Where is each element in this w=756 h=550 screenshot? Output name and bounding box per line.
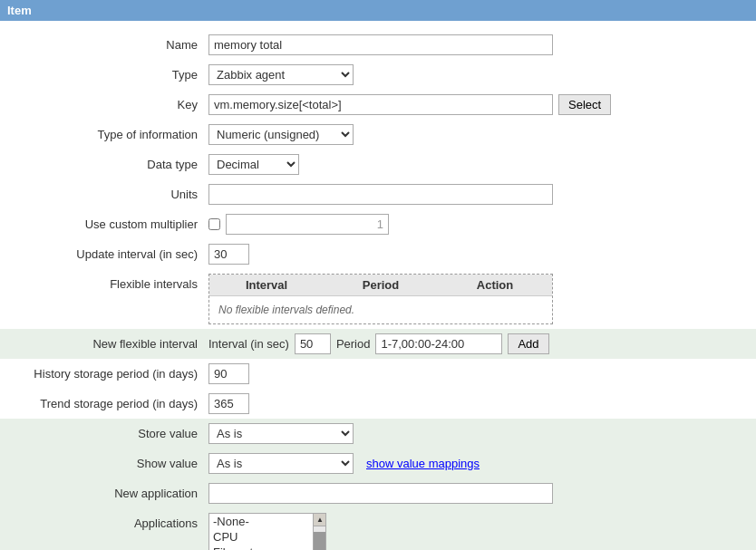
custom-multiplier-label: Use custom multiplier	[9, 214, 208, 231]
data-type-field: Decimal Octal Hexadecimal Boolean	[208, 154, 747, 175]
units-label: Units	[9, 184, 208, 201]
flex-header: Interval Period Action	[209, 275, 552, 296]
scroll-track	[314, 526, 325, 550]
history-storage-input[interactable]	[208, 363, 249, 384]
trend-storage-input[interactable]	[208, 393, 249, 414]
history-storage-field	[208, 363, 747, 384]
add-flexible-interval-button[interactable]: Add	[508, 333, 548, 354]
title-bar: Item	[0, 0, 756, 21]
type-of-information-row: Type of information Numeric (unsigned)	[0, 120, 756, 150]
type-row: Type Zabbix agent	[0, 60, 756, 90]
new-application-field	[208, 483, 747, 504]
data-type-select[interactable]: Decimal Octal Hexadecimal Boolean	[208, 154, 299, 175]
flex-col-period: Period	[324, 278, 438, 292]
update-interval-label: Update interval (in sec)	[9, 244, 208, 261]
period-label: Period	[336, 337, 371, 351]
name-row: Name	[0, 30, 756, 60]
key-row: Key Select	[0, 90, 756, 120]
type-field: Zabbix agent	[208, 64, 747, 85]
trend-storage-row: Trend storage period (in days)	[0, 389, 756, 419]
form-container: Name Type Zabbix agent Key Select Type o…	[0, 21, 756, 550]
history-storage-label: History storage period (in days)	[9, 363, 208, 381]
type-of-information-select[interactable]: Numeric (unsigned)	[208, 124, 354, 145]
store-value-row: Store value As is Delta (speed per secon…	[0, 419, 756, 449]
flexible-intervals-box: Interval Period Action No flexible inter…	[208, 274, 553, 324]
units-input[interactable]	[208, 184, 553, 205]
key-select-button[interactable]: Select	[558, 94, 611, 115]
type-of-information-label: Type of information	[9, 124, 208, 141]
new-flexible-interval-label: New flexible interval	[9, 333, 208, 351]
trend-storage-field	[208, 393, 747, 414]
update-interval-field	[208, 244, 747, 265]
custom-multiplier-row: Use custom multiplier	[0, 209, 756, 239]
show-value-row: Show value As is show value mappings	[0, 449, 756, 478]
store-value-field: As is Delta (speed per second) Delta (si…	[208, 423, 747, 444]
data-type-row: Data type Decimal Octal Hexadecimal Bool…	[0, 150, 756, 179]
type-of-information-field: Numeric (unsigned)	[208, 124, 747, 145]
list-item[interactable]: CPU	[209, 529, 313, 545]
applications-row: Applications -None- CPU Filesystems Gene…	[0, 508, 756, 550]
key-field: Select	[208, 94, 747, 115]
flex-col-action: Action	[438, 278, 552, 292]
new-application-label: New application	[9, 483, 208, 500]
trend-storage-label: Trend storage period (in days)	[9, 393, 208, 410]
custom-multiplier-field	[208, 214, 747, 235]
list-item[interactable]: -None-	[209, 514, 313, 529]
store-value-select[interactable]: As is Delta (speed per second) Delta (si…	[208, 423, 354, 444]
new-application-input[interactable]	[208, 483, 553, 504]
custom-multiplier-checkbox[interactable]	[208, 218, 220, 230]
interval-sec-input[interactable]	[295, 333, 331, 354]
show-value-field: As is show value mappings	[208, 453, 747, 474]
name-label: Name	[9, 34, 208, 52]
show-value-mappings-link[interactable]: show value mappings	[366, 457, 480, 470]
units-field	[208, 184, 747, 205]
interval-sec-label: Interval (in sec)	[208, 337, 289, 351]
applications-list-inner: -None- CPU Filesystems General Memory Ne…	[209, 514, 313, 550]
flexible-intervals-label: Flexible intervals	[9, 274, 208, 291]
show-value-label: Show value	[9, 453, 208, 470]
update-interval-row: Update interval (in sec)	[0, 239, 756, 269]
key-input[interactable]	[208, 94, 553, 115]
scroll-thumb	[314, 532, 326, 550]
new-flexible-interval-row: New flexible interval Interval (in sec) …	[0, 329, 756, 359]
name-input[interactable]	[208, 34, 553, 55]
type-select[interactable]: Zabbix agent	[208, 64, 354, 85]
key-label: Key	[9, 94, 208, 111]
update-interval-input[interactable]	[208, 244, 249, 265]
flex-no-data: No flexible intervals defined.	[209, 296, 552, 323]
list-item[interactable]: Filesystems	[209, 545, 313, 550]
name-field	[208, 34, 747, 55]
data-type-label: Data type	[9, 154, 208, 171]
show-value-select[interactable]: As is	[208, 453, 354, 474]
type-label: Type	[9, 64, 208, 82]
flex-col-interval: Interval	[209, 278, 324, 292]
title-label: Item	[7, 4, 32, 17]
flexible-intervals-row: Flexible intervals Interval Period Actio…	[0, 269, 756, 329]
history-storage-row: History storage period (in days)	[0, 359, 756, 389]
flexible-intervals-field: Interval Period Action No flexible inter…	[208, 274, 747, 324]
period-input[interactable]	[375, 333, 502, 354]
store-value-label: Store value	[9, 423, 208, 440]
new-application-row: New application	[0, 478, 756, 508]
scroll-up-btn[interactable]: ▲	[314, 514, 326, 526]
multiplier-value-input[interactable]	[226, 214, 389, 235]
new-flexible-interval-field: Interval (in sec) Period Add	[208, 333, 747, 354]
applications-field: -None- CPU Filesystems General Memory Ne…	[208, 513, 747, 550]
scrollbar[interactable]: ▲ ▼	[313, 514, 325, 550]
applications-label: Applications	[9, 513, 208, 530]
applications-listbox[interactable]: -None- CPU Filesystems General Memory Ne…	[208, 513, 326, 550]
units-row: Units	[0, 179, 756, 209]
